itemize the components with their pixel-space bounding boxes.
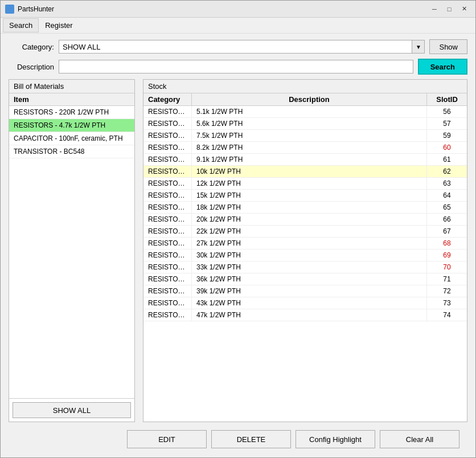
maximize-button[interactable]: □ (442, 3, 456, 15)
stock-cell-slotid: 70 (427, 261, 467, 273)
bom-header: Item (9, 93, 134, 106)
close-button[interactable]: ✕ (457, 3, 471, 15)
description-label: Description (9, 63, 54, 71)
bom-list-item[interactable]: RESISTORS - 4.7k 1/2W PTH (9, 119, 134, 132)
category-dropdown-wrapper: ▼ (59, 40, 425, 54)
table-row[interactable]: RESISTORS36k 1/2W PTH71 (143, 273, 467, 285)
stock-list: RESISTORS5.1k 1/2W PTH56RESISTORS5.6k 1/… (143, 106, 467, 422)
stock-cell-slotid: 71 (427, 273, 467, 285)
stock-cell-description: 30k 1/2W PTH (192, 250, 427, 261)
stock-cell-description: 5.6k 1/2W PTH (192, 118, 427, 129)
table-row[interactable]: RESISTORS5.6k 1/2W PTH57 (143, 118, 467, 130)
stock-cell-slotid: 65 (427, 202, 467, 213)
description-row: Description Search (9, 59, 467, 75)
stock-cell-category: RESISTORS (143, 154, 192, 165)
bottom-buttons: EDIT DELETE Config Highlight Clear All (9, 427, 467, 452)
stock-cell-description: 9.1k 1/2W PTH (192, 154, 427, 165)
table-row[interactable]: RESISTORS8.2k 1/2W PTH60 (143, 142, 467, 154)
table-row[interactable]: RESISTORS15k 1/2W PTH64 (143, 190, 467, 202)
stock-cell-category: RESISTORS (143, 166, 192, 177)
stock-cell-category: RESISTORS (143, 273, 192, 285)
menubar: Search Register (1, 18, 475, 34)
show-all-button[interactable]: SHOW ALL (13, 402, 131, 418)
bom-list-item[interactable]: RESISTORS - 220R 1/2W PTH (9, 106, 134, 119)
stock-cell-slotid: 60 (427, 142, 467, 153)
window-title: PartsHunter (18, 5, 428, 13)
stock-header-slotid: SlotID (427, 93, 467, 105)
app-icon (5, 5, 14, 14)
table-row[interactable]: RESISTORS12k 1/2W PTH63 (143, 178, 467, 190)
stock-title: Stock (143, 80, 467, 93)
show-button[interactable]: Show (429, 39, 467, 54)
edit-button[interactable]: EDIT (127, 430, 207, 448)
table-row[interactable]: RESISTORS22k 1/2W PTH67 (143, 226, 467, 238)
clear-all-button[interactable]: Clear All (380, 430, 459, 448)
delete-button[interactable]: DELETE (211, 430, 291, 448)
config-highlight-button[interactable]: Config Highlight (296, 430, 375, 448)
stock-table-header: Category Description SlotID (143, 93, 467, 106)
stock-header-description: Description (192, 93, 427, 105)
bom-footer: SHOW ALL (9, 398, 134, 422)
stock-cell-category: RESISTORS (143, 106, 192, 117)
table-row[interactable]: RESISTORS10k 1/2W PTH62 (143, 166, 467, 178)
table-row[interactable]: RESISTORS9.1k 1/2W PTH61 (143, 154, 467, 166)
minimize-button[interactable]: ─ (428, 3, 441, 15)
stock-cell-description: 5.1k 1/2W PTH (192, 106, 427, 117)
stock-cell-description: 12k 1/2W PTH (192, 178, 427, 189)
stock-cell-slotid: 74 (427, 309, 467, 321)
stock-cell-category: RESISTORS (143, 250, 192, 261)
description-input[interactable] (59, 60, 413, 73)
bom-list-item[interactable]: CAPACITOR - 100nF, ceramic, PTH (9, 132, 134, 145)
stock-cell-slotid: 66 (427, 214, 467, 225)
stock-cell-slotid: 69 (427, 250, 467, 261)
search-button[interactable]: Search (418, 59, 467, 75)
table-row[interactable]: RESISTORS30k 1/2W PTH69 (143, 250, 467, 261)
stock-cell-category: RESISTORS (143, 178, 192, 189)
stock-cell-category: RESISTORS (143, 130, 192, 141)
dropdown-arrow-icon[interactable]: ▼ (412, 40, 425, 54)
stock-cell-category: RESISTORS (143, 190, 192, 201)
menu-item-search[interactable]: Search (3, 18, 39, 32)
stock-cell-category: RESISTORS (143, 285, 192, 297)
stock-cell-description: 7.5k 1/2W PTH (192, 130, 427, 141)
stock-cell-description: 27k 1/2W PTH (192, 238, 427, 249)
stock-cell-category: RESISTORS (143, 309, 192, 321)
main-window: PartsHunter ─ □ ✕ Search Register Catego… (0, 0, 476, 458)
stock-cell-category: RESISTORS (143, 202, 192, 213)
table-row[interactable]: RESISTORS20k 1/2W PTH66 (143, 214, 467, 226)
table-row[interactable]: RESISTORS43k 1/2W PTH73 (143, 297, 467, 309)
bom-list-item[interactable]: TRANSISTOR - BC548 (9, 145, 134, 158)
titlebar: PartsHunter ─ □ ✕ (1, 1, 475, 18)
category-row: Category: ▼ Show (9, 39, 467, 54)
table-row[interactable]: RESISTORS47k 1/2W PTH74 (143, 309, 467, 321)
stock-cell-description: 10k 1/2W PTH (192, 166, 427, 177)
category-label: Category: (9, 43, 54, 51)
stock-cell-category: RESISTORS (143, 297, 192, 309)
menu-item-register[interactable]: Register (39, 18, 79, 32)
stock-cell-slotid: 59 (427, 130, 467, 141)
table-row[interactable]: RESISTORS33k 1/2W PTH70 (143, 261, 467, 273)
stock-cell-slotid: 57 (427, 118, 467, 129)
table-row[interactable]: RESISTORS18k 1/2W PTH65 (143, 202, 467, 214)
category-input[interactable] (59, 40, 412, 54)
stock-cell-description: 15k 1/2W PTH (192, 190, 427, 201)
stock-cell-slotid: 64 (427, 190, 467, 201)
stock-cell-description: 18k 1/2W PTH (192, 202, 427, 213)
stock-cell-slotid: 68 (427, 238, 467, 249)
stock-cell-category: RESISTORS (143, 261, 192, 273)
stock-cell-category: RESISTORS (143, 214, 192, 225)
stock-cell-slotid: 61 (427, 154, 467, 165)
table-row[interactable]: RESISTORS5.1k 1/2W PTH56 (143, 106, 467, 118)
stock-cell-description: 20k 1/2W PTH (192, 214, 427, 225)
stock-cell-slotid: 62 (427, 166, 467, 177)
stock-panel: Stock Category Description SlotID RESIST… (143, 79, 467, 422)
stock-cell-slotid: 73 (427, 297, 467, 309)
main-area: Bill of Materials Item RESISTORS - 220R … (9, 79, 467, 422)
stock-cell-description: 39k 1/2W PTH (192, 285, 427, 297)
table-row[interactable]: RESISTORS27k 1/2W PTH68 (143, 238, 467, 250)
stock-header-category: Category (143, 93, 192, 105)
stock-cell-category: RESISTORS (143, 238, 192, 249)
table-row[interactable]: RESISTORS39k 1/2W PTH72 (143, 285, 467, 297)
table-row[interactable]: RESISTORS7.5k 1/2W PTH59 (143, 130, 467, 142)
stock-cell-category: RESISTORS (143, 226, 192, 237)
